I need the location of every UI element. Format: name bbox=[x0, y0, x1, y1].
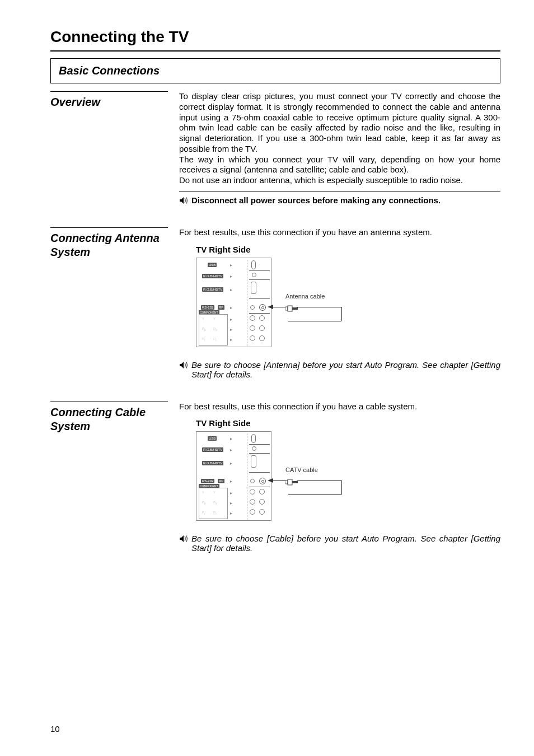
cable-diagram: USB R.G.B/HDTV R.G.B/HDTV RS-232 RF COMP… bbox=[196, 431, 375, 524]
rs232-label-2: RS-232 bbox=[201, 479, 214, 483]
mini-port-1 bbox=[252, 273, 256, 277]
comp-pb1 bbox=[250, 325, 255, 331]
comp-pr1 bbox=[250, 335, 255, 341]
usb-label-2: USB bbox=[208, 436, 217, 441]
svg-rect-1 bbox=[288, 306, 292, 311]
cable-plug-2 bbox=[285, 478, 296, 483]
antenna-cable-label: Antenna cable bbox=[285, 293, 325, 300]
cable-block: Connecting Cable System For best results… bbox=[50, 402, 500, 553]
svg-rect-0 bbox=[285, 307, 288, 310]
page-title: Connecting the TV bbox=[50, 28, 500, 46]
page-number: 10 bbox=[50, 724, 60, 734]
antenna-intro: For best results, use this connection if… bbox=[179, 227, 500, 238]
antenna-block: Connecting Antenna System For best resul… bbox=[50, 227, 500, 379]
comp2-pr1 bbox=[250, 509, 255, 515]
comp2-pb2 bbox=[259, 499, 265, 505]
tv-side-panel: USB R.G.B/HDTV R.G.B/HDTV RS-232 RF COMP… bbox=[196, 258, 271, 347]
comp-y2 bbox=[259, 315, 265, 321]
rgb1-label-2: R.G.B/HDTV bbox=[202, 447, 223, 452]
svg-rect-4 bbox=[288, 479, 292, 485]
rf-label: RF bbox=[218, 305, 224, 310]
cable-diagram-title: TV Right Side bbox=[196, 418, 500, 428]
rs232-label: RS-232 bbox=[201, 305, 214, 310]
cable-heading: Connecting Cable System bbox=[50, 405, 168, 433]
svg-rect-3 bbox=[285, 480, 288, 484]
overview-bottom-rule bbox=[179, 192, 500, 192]
cable-note-text: Be sure to choose [Cable] before you sta… bbox=[191, 534, 500, 553]
comp-pb2 bbox=[259, 325, 265, 331]
usb-port bbox=[251, 260, 256, 269]
overview-rule bbox=[50, 91, 168, 92]
cable-arrow bbox=[268, 305, 273, 309]
overview-note-text: Disconnect all power sources before maki… bbox=[191, 195, 441, 205]
comp2-pr2 bbox=[259, 509, 265, 515]
rgb1-label: R.G.B/HDTV bbox=[202, 274, 223, 278]
overview-heading: Overview bbox=[50, 95, 168, 109]
basic-connections-box: Basic Connections bbox=[50, 58, 500, 83]
cable-rule bbox=[50, 402, 168, 402]
speaker-icon bbox=[179, 197, 188, 204]
rs232-port bbox=[250, 305, 255, 310]
rs232-port-2 bbox=[250, 479, 255, 483]
rf-label-2: RF bbox=[218, 479, 224, 483]
svg-rect-5 bbox=[292, 481, 298, 483]
comp2-y1 bbox=[250, 489, 255, 494]
rf-port bbox=[259, 304, 266, 311]
speaker-icon bbox=[179, 361, 188, 369]
tv-side-panel-2: USB R.G.B/HDTV R.G.B/HDTV RS-232 RF COMP… bbox=[196, 431, 271, 521]
cable-note: Be sure to choose [Cable] before you sta… bbox=[179, 534, 500, 553]
antenna-rule bbox=[50, 227, 168, 228]
mini-port-2 bbox=[252, 446, 256, 451]
overview-body: To display clear crisp pictures, you mus… bbox=[179, 91, 500, 186]
comp2-pb1 bbox=[250, 499, 255, 505]
cable-intro: For best results, use this connection if… bbox=[179, 402, 500, 412]
title-rule bbox=[50, 50, 500, 52]
speaker-icon bbox=[179, 535, 188, 543]
usb-port-2 bbox=[251, 434, 256, 443]
usb-label: USB bbox=[208, 263, 217, 267]
overview-block: Overview To display clear crisp pictures… bbox=[50, 91, 500, 205]
comp2-y2 bbox=[259, 489, 265, 494]
cable-plug bbox=[285, 304, 296, 310]
antenna-note: Be sure to choose [Antenna] before you s… bbox=[179, 360, 500, 379]
rf-port-2 bbox=[259, 478, 266, 484]
antenna-diagram: USB R.G.B/HDTV R.G.B/HDTV RS-232 RF COMP… bbox=[196, 258, 375, 350]
antenna-diagram-title: TV Right Side bbox=[196, 245, 500, 254]
catv-cable-label: CATV cable bbox=[285, 466, 318, 473]
overview-note: Disconnect all power sources before maki… bbox=[179, 195, 500, 205]
comp-pr2 bbox=[259, 335, 265, 341]
dsub-port bbox=[251, 282, 256, 294]
svg-rect-2 bbox=[292, 307, 298, 310]
dsub-port-2 bbox=[251, 455, 256, 468]
rgb2-label: R.G.B/HDTV bbox=[202, 287, 223, 292]
rgb2-label-2: R.G.B/HDTV bbox=[202, 461, 223, 465]
cable-arrow-2 bbox=[268, 478, 273, 483]
antenna-note-text: Be sure to choose [Antenna] before you s… bbox=[191, 360, 500, 379]
basic-connections-label: Basic Connections bbox=[59, 64, 492, 77]
antenna-heading: Connecting Antenna System bbox=[50, 231, 168, 259]
comp-y1 bbox=[250, 315, 255, 321]
